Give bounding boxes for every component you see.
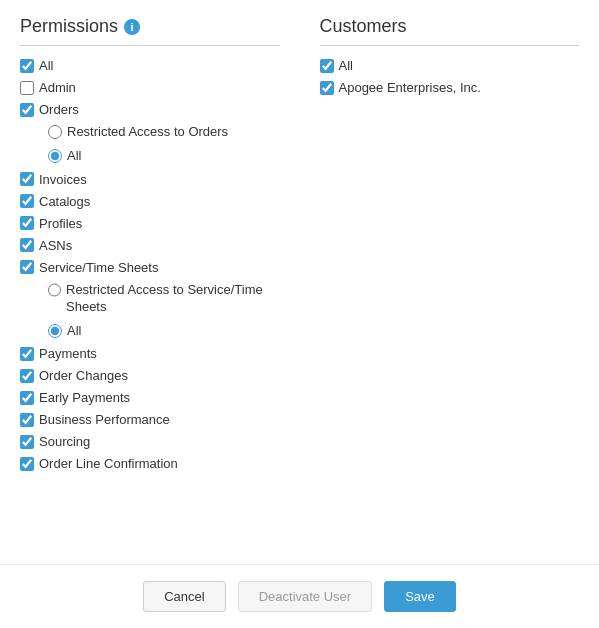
perm-early-payments-checkbox[interactable] — [20, 391, 34, 405]
perm-order-line-item: Order Line Confirmation — [20, 456, 280, 471]
perm-service-checkbox[interactable] — [20, 260, 34, 274]
perm-orders-checkbox[interactable] — [20, 103, 34, 117]
perm-order-line-label[interactable]: Order Line Confirmation — [39, 456, 178, 471]
perm-invoices-checkbox[interactable] — [20, 172, 34, 186]
perm-payments-item: Payments — [20, 346, 280, 361]
perm-catalogs-label[interactable]: Catalogs — [39, 194, 90, 209]
perm-payments-label[interactable]: Payments — [39, 346, 97, 361]
perm-service-restricted-radio[interactable] — [48, 283, 61, 297]
perm-orders-restricted-label[interactable]: Restricted Access to Orders — [67, 124, 228, 141]
perm-asns-item: ASNs — [20, 238, 280, 253]
perm-admin-item: Admin — [20, 80, 280, 95]
perm-orders-all-label[interactable]: All — [67, 148, 81, 165]
cust-apogee-item: Apogee Enterprises, Inc. — [320, 80, 580, 95]
cust-apogee-label[interactable]: Apogee Enterprises, Inc. — [339, 80, 481, 95]
main-container: Permissions i All Admin Orders Restrict — [0, 0, 599, 628]
perm-orders-item: Orders — [20, 102, 280, 117]
cust-all-item: All — [320, 58, 580, 73]
perm-orders-all-item: All — [20, 148, 280, 165]
perm-service-label[interactable]: Service/Time Sheets — [39, 260, 158, 275]
perm-catalogs-checkbox[interactable] — [20, 194, 34, 208]
perm-profiles-checkbox[interactable] — [20, 216, 34, 230]
permissions-column: Permissions i All Admin Orders Restrict — [20, 16, 300, 564]
perm-asns-checkbox[interactable] — [20, 238, 34, 252]
deactivate-user-button: Deactivate User — [238, 581, 372, 612]
customers-heading: Customers — [320, 16, 407, 37]
perm-order-changes-label[interactable]: Order Changes — [39, 368, 128, 383]
perm-business-performance-label[interactable]: Business Performance — [39, 412, 170, 427]
perm-catalogs-item: Catalogs — [20, 194, 280, 209]
perm-all-item: All — [20, 58, 280, 73]
perm-invoices-label[interactable]: Invoices — [39, 172, 87, 187]
perm-service-item: Service/Time Sheets — [20, 260, 280, 275]
cust-all-label[interactable]: All — [339, 58, 353, 73]
permissions-heading: Permissions — [20, 16, 118, 37]
perm-service-restricted-label[interactable]: Restricted Access to Service/Time Sheets — [66, 282, 280, 316]
cust-apogee-checkbox[interactable] — [320, 81, 334, 95]
perm-order-changes-item: Order Changes — [20, 368, 280, 383]
perm-orders-restricted-item: Restricted Access to Orders — [20, 124, 280, 141]
perm-asns-label[interactable]: ASNs — [39, 238, 72, 253]
customers-column: Customers All Apogee Enterprises, Inc. — [300, 16, 580, 564]
perm-sourcing-item: Sourcing — [20, 434, 280, 449]
footer: Cancel Deactivate User Save — [0, 564, 599, 628]
perm-early-payments-label[interactable]: Early Payments — [39, 390, 130, 405]
customers-title: Customers — [320, 16, 580, 46]
perm-service-restricted-item: Restricted Access to Service/Time Sheets — [20, 282, 280, 316]
perm-admin-label[interactable]: Admin — [39, 80, 76, 95]
perm-business-performance-checkbox[interactable] — [20, 413, 34, 427]
permissions-title: Permissions i — [20, 16, 280, 46]
perm-sourcing-label[interactable]: Sourcing — [39, 434, 90, 449]
perm-profiles-label[interactable]: Profiles — [39, 216, 82, 231]
cust-all-checkbox[interactable] — [320, 59, 334, 73]
perm-orders-restricted-radio[interactable] — [48, 125, 62, 139]
save-button[interactable]: Save — [384, 581, 456, 612]
content-area: Permissions i All Admin Orders Restrict — [0, 0, 599, 564]
perm-business-performance-item: Business Performance — [20, 412, 280, 427]
info-icon[interactable]: i — [124, 19, 140, 35]
perm-early-payments-item: Early Payments — [20, 390, 280, 405]
perm-service-all-label[interactable]: All — [67, 323, 81, 340]
perm-payments-checkbox[interactable] — [20, 347, 34, 361]
perm-admin-checkbox[interactable] — [20, 81, 34, 95]
perm-profiles-item: Profiles — [20, 216, 280, 231]
perm-all-checkbox[interactable] — [20, 59, 34, 73]
perm-all-label[interactable]: All — [39, 58, 53, 73]
perm-sourcing-checkbox[interactable] — [20, 435, 34, 449]
perm-order-changes-checkbox[interactable] — [20, 369, 34, 383]
perm-service-all-radio[interactable] — [48, 324, 62, 338]
perm-order-line-checkbox[interactable] — [20, 457, 34, 471]
perm-service-all-item: All — [20, 323, 280, 340]
cancel-button[interactable]: Cancel — [143, 581, 225, 612]
perm-orders-label[interactable]: Orders — [39, 102, 79, 117]
perm-orders-all-radio[interactable] — [48, 149, 62, 163]
perm-invoices-item: Invoices — [20, 172, 280, 187]
